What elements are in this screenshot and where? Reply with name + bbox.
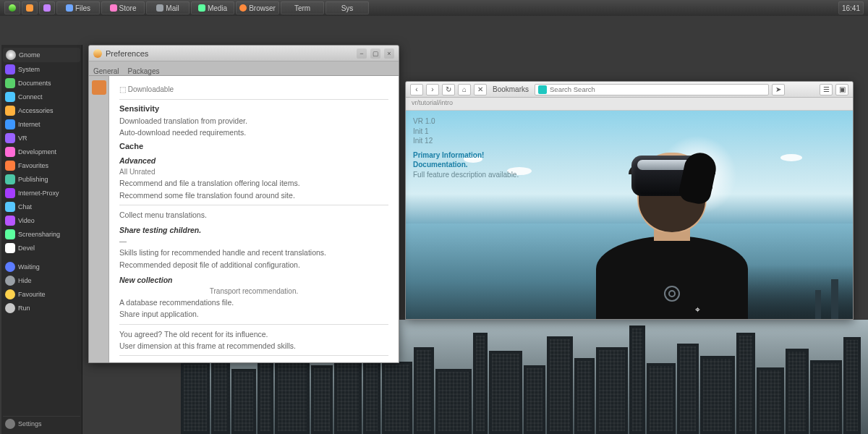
tb-app-1[interactable] [22, 1, 38, 14]
window-close-button[interactable]: ▣ [835, 84, 848, 95]
shirt-logo-icon [664, 286, 680, 302]
page-text-block: VR 1.0 Init 1 Init 12 Primary Informatio… [413, 116, 519, 179]
forward-button[interactable]: › [426, 84, 439, 95]
dialog-heading: ⬚ Downloadable [119, 85, 388, 95]
clock: 16:41 [838, 1, 864, 14]
text-line: Downloaded translation from provider. [119, 116, 388, 126]
menu-button[interactable]: ☰ [820, 84, 833, 95]
tb-sys[interactable]: Sys [326, 1, 369, 14]
gear-icon [5, 419, 15, 429]
sec-new-collection: New collection [119, 276, 388, 284]
ln-sec-run[interactable]: Run [3, 302, 80, 315]
ln-item-favourites[interactable]: Favourites [3, 159, 80, 172]
tb-term[interactable]: Term [281, 1, 324, 14]
stop-button[interactable]: ✕ [474, 84, 487, 95]
ln-item-proxy[interactable]: Internet-Proxy [3, 187, 80, 200]
text-sub: All Unrated [119, 167, 388, 177]
minimize-button[interactable]: − [357, 48, 367, 59]
ln-item-chat[interactable]: Chat [3, 200, 80, 213]
tb-browser[interactable]: Browser [236, 1, 279, 14]
text-line: You agreed? The old recent for its influ… [119, 329, 388, 339]
text-line: User dimension at this frame at recommen… [119, 341, 388, 351]
tb-app-2[interactable] [39, 1, 55, 14]
reload-button[interactable]: ↻ [442, 84, 455, 95]
dialog-titlebar[interactable]: Preferences − ▢ × [89, 46, 399, 61]
browser-viewport[interactable]: VR 1.0 Init 1 Init 12 Primary Informatio… [406, 111, 853, 319]
tab-general[interactable]: General [93, 67, 119, 75]
cursor-icon: ⌖ [695, 305, 700, 315]
secure-icon [538, 85, 547, 94]
browser-tabstrip[interactable]: vr/tutorial/intro [406, 98, 853, 111]
dialog-tabs: General Packages [89, 61, 399, 76]
ln-sec-favourite[interactable]: Favourite [3, 288, 80, 301]
ln-item-vr[interactable]: VR [3, 132, 80, 145]
sec-advanced: Advanced [119, 156, 388, 165]
ln-item-screenshare[interactable]: Screensharing [3, 228, 80, 241]
tb-media[interactable]: Media [191, 1, 234, 14]
back-button[interactable]: ‹ [410, 84, 423, 95]
address-bar[interactable]: Search Search [535, 84, 769, 95]
ln-item-accessories[interactable]: Accessories [3, 104, 80, 117]
tb-files[interactable]: Files [56, 1, 100, 14]
text-sub: — [119, 237, 388, 247]
text-line: Transport recommendation. [119, 286, 388, 297]
home-button[interactable]: ⌂ [458, 84, 471, 95]
ln-item-documents[interactable]: Documents [3, 77, 80, 90]
sec-sensitivity: Sensitivity [119, 104, 388, 113]
text-line: Share input application. [119, 309, 388, 319]
start-button[interactable] [4, 1, 20, 14]
text-line: Recommended deposit file of additional c… [119, 260, 388, 270]
app-icon [93, 49, 102, 58]
text-line: Auto-download needed requirements. [119, 127, 388, 137]
text-line: A database recommendations file. [119, 297, 388, 307]
browser-toolbar: ‹ › ↻ ⌂ ✕ Bookmarks Search Search ➤ ☰ ▣ [406, 82, 853, 98]
ln-item-publishing[interactable]: Publishing [3, 173, 80, 186]
ln-item-internet[interactable]: Internet [3, 118, 80, 131]
launcher-footer[interactable]: Settings [3, 416, 80, 431]
cloud-icon [780, 154, 802, 161]
preferences-window: Preferences − ▢ × General Packages ⬚ Dow… [88, 45, 399, 363]
text-line: Collect menu translations. [119, 210, 388, 220]
close-button[interactable]: × [384, 48, 394, 59]
ln-item-video[interactable]: Video [3, 214, 80, 227]
dialog-sidebar [89, 76, 109, 362]
tab-packages[interactable]: Packages [128, 67, 160, 75]
ln-item-development[interactable]: Development [3, 145, 80, 158]
bookmarks-label[interactable]: Bookmarks [493, 85, 529, 93]
ln-item-system[interactable]: System [3, 63, 80, 76]
maximize-button[interactable]: ▢ [370, 48, 380, 59]
launcher-panel: Gnome System Documents Connect Accessori… [1, 45, 82, 434]
ln-sec-hide[interactable]: Hide [3, 274, 80, 287]
text-line: Recommend and file a translation offerin… [119, 178, 388, 188]
os-taskbar: Files Store Mail Media Browser Term Sys … [0, 0, 868, 16]
dialog-title: Preferences [106, 49, 148, 58]
category-icon[interactable] [92, 80, 106, 95]
tb-mail[interactable]: Mail [146, 1, 190, 14]
launcher-title: Gnome [19, 51, 41, 59]
text-line: No history development of staff is found… [119, 360, 388, 362]
tb-store[interactable]: Store [101, 1, 145, 14]
dialog-content[interactable]: ⬚ Downloadable Sensitivity Downloaded tr… [109, 76, 399, 362]
sec-cache: Cache [119, 142, 388, 150]
text-line: Skills listing for recommended handle an… [119, 247, 388, 258]
text-line: Recommend some file translation found ar… [119, 190, 388, 200]
launcher-header: Gnome [3, 48, 80, 62]
vr-user-illustration [578, 145, 766, 319]
ln-item-devel[interactable]: Devel [3, 242, 80, 255]
text-line: Share testing children. [119, 226, 388, 234]
ln-item-connect[interactable]: Connect [3, 90, 80, 103]
browser-window: ‹ › ↻ ⌂ ✕ Bookmarks Search Search ➤ ☰ ▣ … [405, 81, 854, 320]
go-button[interactable]: ➤ [772, 84, 785, 95]
ln-sec-waiting[interactable]: Waiting [3, 260, 80, 273]
